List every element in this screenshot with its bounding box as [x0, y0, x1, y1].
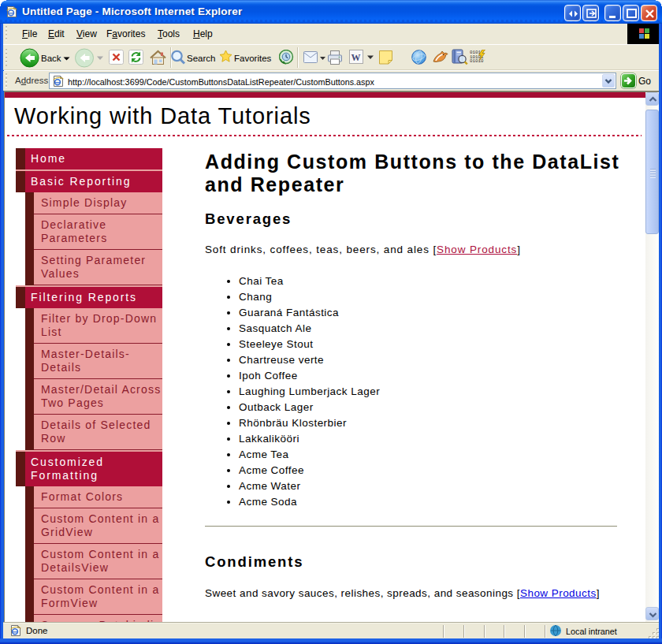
svg-text:W: W — [351, 52, 361, 63]
svg-text:01010: 01010 — [470, 58, 484, 64]
